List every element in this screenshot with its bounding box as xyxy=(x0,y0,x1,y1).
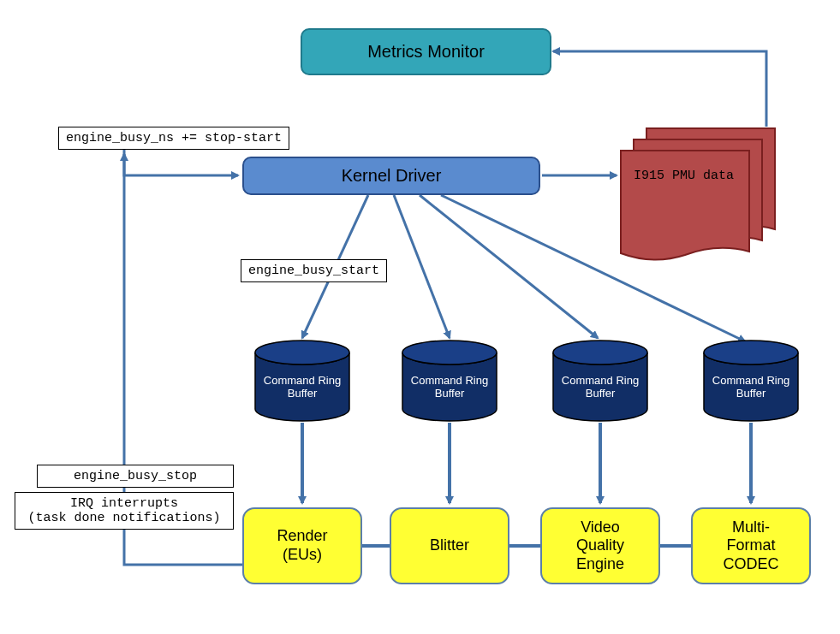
kernel-driver-label: Kernel Driver xyxy=(342,166,442,186)
metrics-monitor-box: Metrics Monitor xyxy=(301,28,551,75)
cylinder-label-2: Command Ring Buffer xyxy=(402,375,497,400)
engine-vqe-label: Video Quality Engine xyxy=(576,518,624,574)
note-engine-busy-start: engine_busy_start xyxy=(241,259,387,282)
metrics-monitor-label: Metrics Monitor xyxy=(367,42,485,62)
svg-point-2 xyxy=(553,341,647,364)
arrow-pmu-to-monitor xyxy=(553,51,766,127)
note-engine-busy-stop: engine_busy_stop xyxy=(37,465,234,488)
engine-render: Render (EUs) xyxy=(242,507,362,584)
engine-codec-label: Multi- Format CODEC xyxy=(723,518,778,574)
arrow-driver-to-cyl2 xyxy=(394,195,450,338)
cylinder-label-4: Command Ring Buffer xyxy=(704,375,798,400)
note-engine-busy-ns: engine_busy_ns += stop-start xyxy=(58,127,289,150)
engine-blitter: Blitter xyxy=(390,507,509,584)
arrow-busyns-to-driver xyxy=(124,150,238,175)
arrow-driver-to-cyl3 xyxy=(420,195,598,338)
cylinder-label-3: Command Ring Buffer xyxy=(553,375,647,400)
pmu-data-label: I915 PMU data xyxy=(634,169,734,183)
arrow-driver-to-cyl4 xyxy=(441,195,745,341)
engine-vqe: Video Quality Engine xyxy=(540,507,660,584)
svg-point-3 xyxy=(704,341,798,364)
svg-point-0 xyxy=(255,341,349,364)
svg-point-1 xyxy=(402,341,497,364)
cylinder-label-1: Command Ring Buffer xyxy=(255,375,349,400)
engine-codec: Multi- Format CODEC xyxy=(691,507,811,584)
note-irq-interrupts: IRQ interrupts (task done notifications) xyxy=(15,492,234,530)
engine-render-label: Render (EUs) xyxy=(277,527,327,564)
engine-blitter-label: Blitter xyxy=(430,536,469,555)
pmu-docs xyxy=(621,128,775,260)
kernel-driver-box: Kernel Driver xyxy=(242,157,540,195)
